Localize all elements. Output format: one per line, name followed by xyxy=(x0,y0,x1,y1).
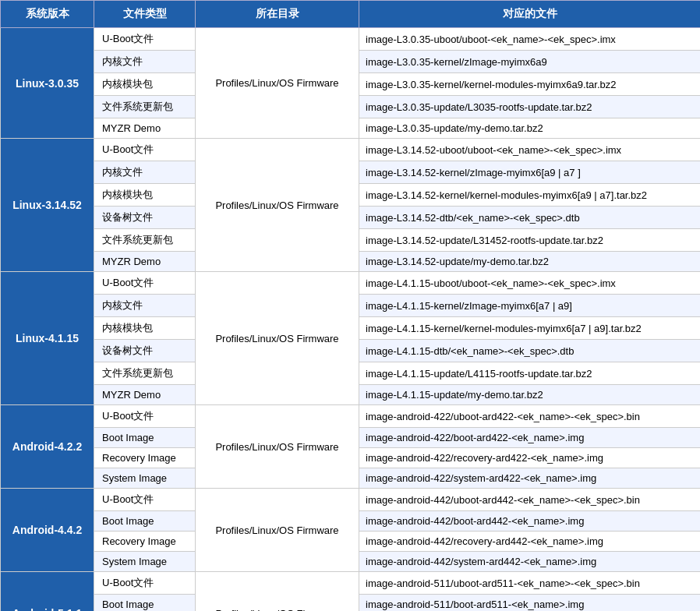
directory-cell: Profiles/Linux/OS Firmware xyxy=(196,489,359,572)
header-file-type: 文件类型 xyxy=(94,1,196,28)
file-name-cell: image-android-422/boot-ard422-<ek_name>.… xyxy=(359,428,701,448)
file-name-cell: image-L3.14.52-update/L31452-rootfs-upda… xyxy=(359,229,701,252)
file-type-cell: U-Boot文件 xyxy=(94,572,196,595)
file-name-cell: image-android-511/boot-ard511-<ek_name>.… xyxy=(359,595,701,612)
file-name-cell: image-android-442/system-ard442-<ek_name… xyxy=(359,552,701,572)
file-name-cell: image-android-511/uboot-ard511-<ek_name>… xyxy=(359,572,701,595)
file-type-cell: System Image xyxy=(94,468,196,489)
file-type-cell: MYZR Demo xyxy=(94,252,196,272)
directory-cell: Profiles/Linux/OS Firmware xyxy=(196,405,359,489)
header-file-name: 对应的文件 xyxy=(359,1,701,28)
file-type-cell: Boot Image xyxy=(94,511,196,532)
header-row: 系统版本 文件类型 所在目录 对应的文件 xyxy=(1,1,701,28)
file-type-cell: System Image xyxy=(94,552,196,572)
file-type-cell: 内核模块包 xyxy=(94,184,196,207)
file-name-cell: image-L4.1.15-dtb/<ek_name>-<ek_spec>.dt… xyxy=(359,340,701,362)
file-name-cell: image-L4.1.15-update/L4115-rootfs-update… xyxy=(359,362,701,385)
sys-version-cell: Linux-3.14.52 xyxy=(1,139,94,272)
file-name-cell: image-L3.0.35-update/L3035-rootfs-update… xyxy=(359,96,701,118)
table-row: Linux-4.1.15U-Boot文件Profiles/Linux/OS Fi… xyxy=(1,272,701,295)
file-name-cell: image-android-442/uboot-ard442-<ek_name>… xyxy=(359,489,701,511)
file-name-cell: image-L3.0.35-kernel/kernel-modules-myim… xyxy=(359,73,701,96)
file-name-cell: image-L4.1.15-uboot/uboot-<ek_name>-<ek_… xyxy=(359,272,701,295)
main-table: 系统版本 文件类型 所在目录 对应的文件 Linux-3.0.35U-Boot文… xyxy=(0,0,700,611)
file-type-cell: 设备树文件 xyxy=(94,207,196,229)
file-name-cell: image-android-442/boot-ard442-<ek_name>.… xyxy=(359,511,701,532)
file-type-cell: Recovery Image xyxy=(94,532,196,552)
file-name-cell: image-L3.0.35-update/my-demo.tar.bz2 xyxy=(359,118,701,139)
file-type-cell: 文件系统更新包 xyxy=(94,229,196,252)
sys-version-cell: Android-4.4.2 xyxy=(1,489,94,572)
file-type-cell: MYZR Demo xyxy=(94,118,196,139)
file-type-cell: 内核文件 xyxy=(94,161,196,184)
directory-cell: Profiles/Linux/OS Firmware xyxy=(196,28,359,139)
file-type-cell: U-Boot文件 xyxy=(94,405,196,428)
file-type-cell: 设备树文件 xyxy=(94,340,196,362)
file-type-cell: MYZR Demo xyxy=(94,385,196,405)
file-type-cell: Boot Image xyxy=(94,428,196,448)
file-type-cell: U-Boot文件 xyxy=(94,272,196,295)
table-row: Android-4.4.2U-Boot文件Profiles/Linux/OS F… xyxy=(1,489,701,511)
file-name-cell: image-android-442/recovery-ard442-<ek_na… xyxy=(359,532,701,552)
table-row: Android-4.2.2U-Boot文件Profiles/Linux/OS F… xyxy=(1,405,701,428)
file-type-cell: U-Boot文件 xyxy=(94,28,196,51)
file-name-cell: image-L3.14.52-kernel/kernel-modules-myi… xyxy=(359,184,701,207)
file-type-cell: 文件系统更新包 xyxy=(94,362,196,385)
file-type-cell: 内核文件 xyxy=(94,295,196,317)
file-type-cell: 内核模块包 xyxy=(94,317,196,340)
file-type-cell: Recovery Image xyxy=(94,448,196,468)
header-directory: 所在目录 xyxy=(196,1,359,28)
sys-version-cell: Linux-3.0.35 xyxy=(1,28,94,139)
file-type-cell: 内核模块包 xyxy=(94,73,196,96)
table-row: Android-5.1.1U-Boot文件Profiles/Linux/OS F… xyxy=(1,572,701,595)
file-name-cell: image-L3.14.52-kernel/zImage-myimx6[a9 |… xyxy=(359,161,701,184)
file-name-cell: image-android-422/system-ard422-<ek_name… xyxy=(359,468,701,489)
file-name-cell: image-L3.14.52-update/my-demo.tar.bz2 xyxy=(359,252,701,272)
file-name-cell: image-L4.1.15-kernel/kernel-modules-myim… xyxy=(359,317,701,340)
header-sys-version: 系统版本 xyxy=(1,1,94,28)
directory-cell: Profiles/Linux/OS Firmware xyxy=(196,139,359,272)
file-name-cell: image-android-422/uboot-ard422-<ek_name>… xyxy=(359,405,701,428)
directory-cell: Profiles/Linux/OS Firmware xyxy=(196,572,359,612)
file-name-cell: image-L4.1.15-update/my-demo.tar.bz2 xyxy=(359,385,701,405)
file-type-cell: 内核文件 xyxy=(94,51,196,73)
sys-version-cell: Linux-4.1.15 xyxy=(1,272,94,405)
file-name-cell: image-L4.1.15-kernel/zImage-myimx6[a7 | … xyxy=(359,295,701,317)
file-name-cell: image-L3.0.35-uboot/uboot-<ek_name>-<ek_… xyxy=(359,28,701,51)
file-name-cell: image-L3.0.35-kernel/zImage-myimx6a9 xyxy=(359,51,701,73)
file-name-cell: image-L3.14.52-uboot/uboot-<ek_name>-<ek… xyxy=(359,139,701,161)
table-row: Linux-3.14.52U-Boot文件Profiles/Linux/OS F… xyxy=(1,139,701,161)
file-type-cell: U-Boot文件 xyxy=(94,489,196,511)
file-name-cell: image-L3.14.52-dtb/<ek_name>-<ek_spec>.d… xyxy=(359,207,701,229)
sys-version-cell: Android-4.2.2 xyxy=(1,405,94,489)
file-type-cell: U-Boot文件 xyxy=(94,139,196,161)
file-name-cell: image-android-422/recovery-ard422-<ek_na… xyxy=(359,448,701,468)
directory-cell: Profiles/Linux/OS Firmware xyxy=(196,272,359,405)
file-type-cell: 文件系统更新包 xyxy=(94,96,196,118)
file-type-cell: Boot Image xyxy=(94,595,196,612)
table-row: Linux-3.0.35U-Boot文件Profiles/Linux/OS Fi… xyxy=(1,28,701,51)
sys-version-cell: Android-5.1.1 xyxy=(1,572,94,612)
